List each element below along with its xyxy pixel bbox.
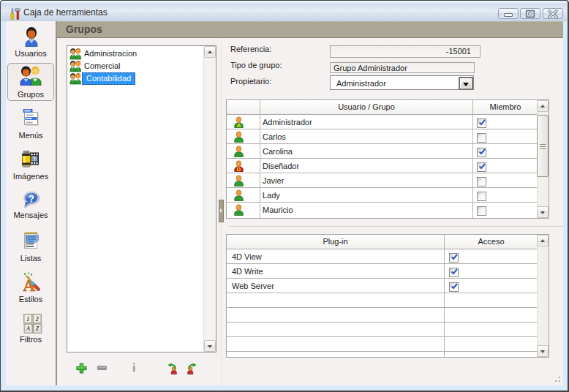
svg-text:1: 1: [26, 316, 29, 323]
svg-text:?: ?: [29, 193, 34, 204]
svg-text:A: A: [26, 325, 31, 332]
svg-text:Z: Z: [35, 325, 39, 332]
svg-text:D: D: [237, 166, 241, 172]
svg-text:2: 2: [35, 316, 39, 323]
svg-text:A: A: [237, 122, 241, 128]
